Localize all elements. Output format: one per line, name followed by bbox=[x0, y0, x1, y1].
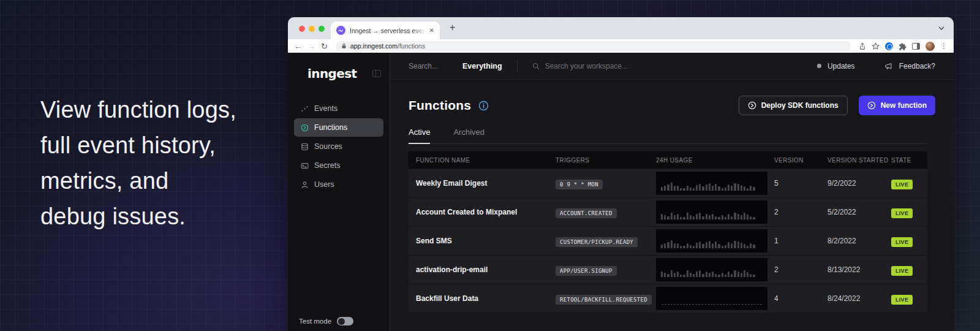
sidebar-collapse-icon[interactable] bbox=[372, 70, 381, 77]
url-domain: app.inngest.com bbox=[350, 42, 398, 50]
trigger-badge: RETOOL/BACKFILL.REQUESTED bbox=[556, 295, 652, 305]
function-name: Send SMS bbox=[416, 237, 556, 245]
hero-line: metrics, and bbox=[40, 163, 236, 199]
browser-actions: ⋮ bbox=[859, 42, 948, 51]
sources-icon bbox=[300, 143, 309, 151]
updates-dot-icon bbox=[817, 64, 821, 68]
sidebar-item-events[interactable]: Events bbox=[294, 99, 383, 118]
maximize-window-button[interactable] bbox=[318, 26, 325, 32]
hero-line: debug issues. bbox=[40, 199, 236, 234]
address-bar[interactable]: app.inngest.com/functions bbox=[336, 41, 851, 51]
trigger-badge: 0 9 * * MON bbox=[556, 180, 603, 189]
sidebar-item-label: Secrets bbox=[314, 161, 340, 170]
version-started-value: 8/24/2022 bbox=[827, 294, 891, 303]
table-row[interactable]: Account Created to Mixpanel ACCOUNT.CREA… bbox=[409, 197, 927, 226]
browser-tab[interactable]: Inngest → serverless event-dri ✕ bbox=[331, 21, 440, 39]
sidebar-item-users[interactable]: Users bbox=[294, 175, 383, 194]
feedback-link[interactable]: Feedback? bbox=[899, 62, 935, 70]
hero-line: View function logs, bbox=[40, 92, 236, 127]
megaphone-icon bbox=[884, 62, 893, 70]
profile-avatar[interactable] bbox=[925, 42, 935, 51]
url-path: /functions bbox=[398, 42, 425, 50]
browser-window: Inngest → serverless event-dri ✕ + ← → ↻… bbox=[288, 17, 954, 331]
functions-icon bbox=[300, 124, 309, 132]
table-row[interactable]: Backfill User Data RETOOL/BACKFILL.REQUE… bbox=[409, 284, 927, 313]
tab-close-icon[interactable]: ✕ bbox=[429, 27, 434, 34]
function-name: Backfill User Data bbox=[416, 294, 556, 303]
usage-sparkline-chart bbox=[656, 287, 767, 310]
tab-strip: Inngest → serverless event-dri ✕ + bbox=[288, 17, 954, 39]
1password-extension-icon[interactable] bbox=[885, 42, 893, 50]
deploy-sdk-functions-button[interactable]: Deploy SDK functions bbox=[739, 96, 848, 115]
state-badge: LIVE bbox=[891, 237, 913, 247]
version-started-value: 9/2/2022 bbox=[827, 179, 891, 188]
main-content: Search... Everything Search your workspa… bbox=[390, 53, 954, 331]
col-version-started: VERSION STARTED bbox=[827, 157, 891, 164]
trigger-badge: APP/USER.SIGNUP bbox=[556, 266, 617, 276]
browser-menu-icon[interactable]: ⋮ bbox=[940, 42, 948, 50]
state-badge: LIVE bbox=[891, 266, 913, 276]
inngest-logo: inngest bbox=[307, 66, 356, 81]
test-mode-label: Test mode bbox=[299, 318, 331, 325]
page-title: Functions bbox=[409, 98, 471, 113]
back-icon[interactable]: ← bbox=[294, 42, 302, 50]
test-mode-toggle[interactable] bbox=[337, 317, 353, 325]
version-started-value: 8/13/2022 bbox=[827, 265, 891, 274]
trigger-badge: CUSTOMER/PICKUP.READY bbox=[556, 237, 638, 247]
version-started-value: 5/2/2022 bbox=[827, 208, 891, 216]
workspace-search-input[interactable]: Search your workspace... bbox=[545, 62, 628, 70]
share-icon[interactable] bbox=[859, 42, 866, 50]
trigger-badge: ACCOUNT.CREATED bbox=[556, 208, 617, 218]
inngest-app: inngest Events Functions bbox=[288, 53, 954, 331]
new-tab-button[interactable]: + bbox=[450, 23, 455, 32]
function-name: Account Created to Mixpanel bbox=[416, 208, 556, 216]
extensions-puzzle-icon[interactable] bbox=[899, 42, 907, 50]
state-badge: LIVE bbox=[891, 295, 913, 305]
col-24h-usage: 24H USAGE bbox=[656, 157, 774, 164]
search-label[interactable]: Search... bbox=[409, 62, 438, 70]
bookmark-star-icon[interactable] bbox=[872, 42, 880, 50]
table-row[interactable]: activation-drip-email APP/USER.SIGNUP 2 … bbox=[409, 255, 927, 284]
version-value: 2 bbox=[774, 265, 827, 274]
col-triggers: TRIGGERS bbox=[556, 157, 656, 164]
reload-icon[interactable]: ↻ bbox=[321, 42, 328, 50]
hero-line: full event history, bbox=[40, 127, 236, 163]
forward-icon[interactable]: → bbox=[307, 42, 315, 50]
sidebar-item-secrets[interactable]: Secrets bbox=[294, 156, 383, 175]
functions-table: FUNCTION NAME TRIGGERS 24H USAGE VERSION… bbox=[409, 151, 927, 313]
col-version: VERSION bbox=[774, 157, 827, 164]
new-function-button-label: New function bbox=[881, 101, 927, 110]
col-function-name: FUNCTION NAME bbox=[416, 157, 556, 164]
window-controls[interactable] bbox=[299, 26, 325, 32]
function-tabs: Active Archived bbox=[409, 127, 927, 144]
sidebar-item-sources[interactable]: Sources bbox=[294, 137, 383, 156]
secrets-icon bbox=[300, 162, 309, 170]
sidebar-item-functions[interactable]: Functions bbox=[294, 118, 383, 137]
inngest-favicon-icon bbox=[336, 26, 345, 35]
side-panel-icon[interactable] bbox=[912, 43, 920, 50]
sidebar-item-label: Sources bbox=[314, 142, 342, 151]
search-scope[interactable]: Everything bbox=[462, 62, 502, 70]
new-function-circle-icon bbox=[867, 101, 876, 110]
version-value: 1 bbox=[774, 237, 827, 245]
chevron-down-icon[interactable] bbox=[938, 23, 945, 34]
deploy-button-label: Deploy SDK functions bbox=[761, 101, 839, 110]
minimize-window-button[interactable] bbox=[309, 26, 315, 32]
close-window-button[interactable] bbox=[299, 26, 305, 32]
hero-text: View function logs, full event history, … bbox=[40, 92, 236, 234]
version-value: 5 bbox=[774, 179, 827, 188]
tab-active[interactable]: Active bbox=[409, 127, 430, 144]
version-started-value: 8/2/2022 bbox=[827, 237, 891, 245]
sidebar: inngest Events Functions bbox=[288, 53, 390, 331]
usage-sparkline-chart bbox=[656, 200, 767, 224]
info-icon[interactable] bbox=[478, 101, 489, 111]
workspace-topbar: Search... Everything Search your workspa… bbox=[390, 53, 954, 80]
new-function-button[interactable]: New function bbox=[859, 96, 935, 115]
state-badge: LIVE bbox=[891, 208, 913, 218]
tab-archived[interactable]: Archived bbox=[453, 127, 484, 143]
sidebar-nav: Events Functions Sources bbox=[288, 99, 390, 194]
table-row[interactable]: Weekly Email Digest 0 9 * * MON 5 9/2/20… bbox=[409, 169, 927, 197]
table-row[interactable]: Send SMS CUSTOMER/PICKUP.READY 1 8/2/202… bbox=[409, 226, 927, 255]
updates-link[interactable]: Updates bbox=[827, 62, 855, 70]
sidebar-item-label: Users bbox=[314, 180, 334, 189]
